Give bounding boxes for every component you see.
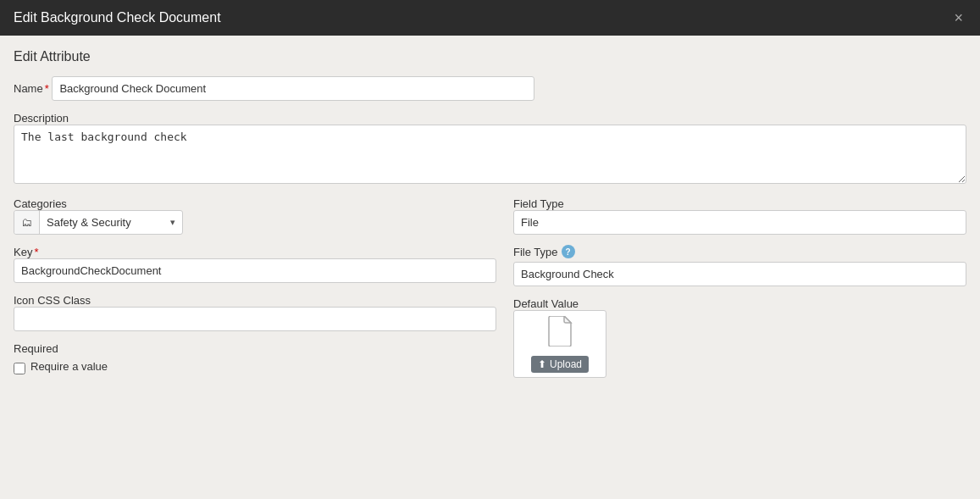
name-input[interactable]: [52, 76, 534, 101]
require-value-group: Require a value: [14, 360, 496, 376]
title-bar: Edit Background Check Document ×: [0, 0, 980, 36]
main-content: Edit Attribute Name* Description The las…: [0, 36, 980, 391]
field-type-select-wrapper: File Text Number Date: [513, 210, 966, 235]
file-icon: [547, 316, 573, 351]
key-label: Key*: [14, 246, 38, 258]
required-label: Required: [14, 342, 58, 355]
name-field-group: Name*: [14, 76, 966, 101]
description-textarea[interactable]: The last background check: [14, 125, 966, 184]
left-column: Categories 🗂 Safety & Security HR Financ…: [14, 197, 496, 378]
field-type-field-group: Field Type File Text Number Date: [513, 197, 966, 235]
field-type-label: Field Type: [513, 197, 564, 210]
upload-button[interactable]: ⬆ Upload: [531, 356, 589, 373]
section-title: Edit Attribute: [14, 49, 966, 64]
upload-icon: ⬆: [538, 358, 546, 370]
icon-css-class-input[interactable]: [14, 307, 496, 331]
file-type-help-icon[interactable]: ?: [562, 245, 575, 258]
description-field-group: Description The last background check: [14, 111, 966, 186]
required-section: Required Require a value: [14, 341, 496, 376]
name-label: Name*: [14, 82, 52, 95]
icon-css-class-field-group: Icon CSS Class: [14, 293, 496, 331]
file-type-field-group: File Type ? Background Check Resume Cert…: [513, 245, 966, 286]
key-input[interactable]: [14, 258, 496, 283]
file-type-select-wrapper: Background Check Resume Certificate Othe…: [513, 262, 966, 286]
two-col-layout: Categories 🗂 Safety & Security HR Financ…: [14, 197, 966, 378]
close-button[interactable]: ×: [950, 10, 966, 25]
right-column: Field Type File Text Number Date File Ty…: [513, 197, 966, 378]
require-value-label[interactable]: Require a value: [30, 360, 108, 373]
file-type-select[interactable]: Background Check Resume Certificate Othe…: [513, 262, 966, 286]
file-type-label: File Type: [513, 246, 558, 258]
categories-select-wrapper: 🗂 Safety & Security HR Finance ▾: [14, 210, 183, 235]
require-value-checkbox[interactable]: [14, 363, 25, 374]
default-value-label: Default Value: [513, 297, 579, 310]
categories-select[interactable]: Safety & Security HR Finance: [40, 211, 182, 234]
key-field-group: Key*: [14, 245, 496, 283]
icon-css-class-label: Icon CSS Class: [14, 294, 91, 307]
field-type-select[interactable]: File Text Number Date: [513, 210, 966, 235]
default-value-field-group: Default Value ⬆ Upload: [513, 297, 966, 378]
categories-field-group: Categories 🗂 Safety & Security HR Financ…: [14, 197, 496, 235]
dialog-title: Edit Background Check Document: [14, 10, 221, 25]
categories-label: Categories: [14, 197, 67, 210]
upload-area[interactable]: ⬆ Upload: [513, 310, 606, 378]
categories-icon: 🗂: [14, 211, 40, 234]
description-label: Description: [14, 112, 69, 125]
file-type-label-row: File Type ?: [513, 245, 966, 258]
